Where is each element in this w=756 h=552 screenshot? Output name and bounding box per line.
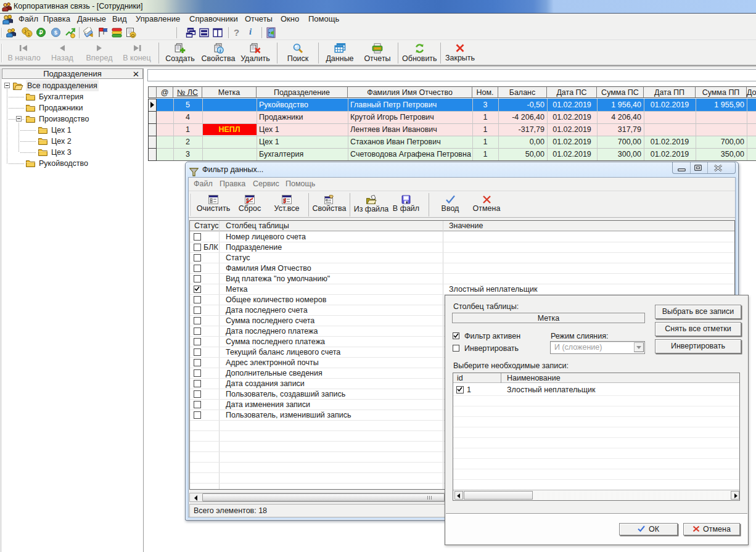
svg-text:O: O: [131, 33, 135, 38]
svg-text:₽: ₽: [39, 29, 43, 36]
svg-text:1: 1: [28, 31, 30, 37]
svg-text:$: $: [54, 29, 58, 36]
